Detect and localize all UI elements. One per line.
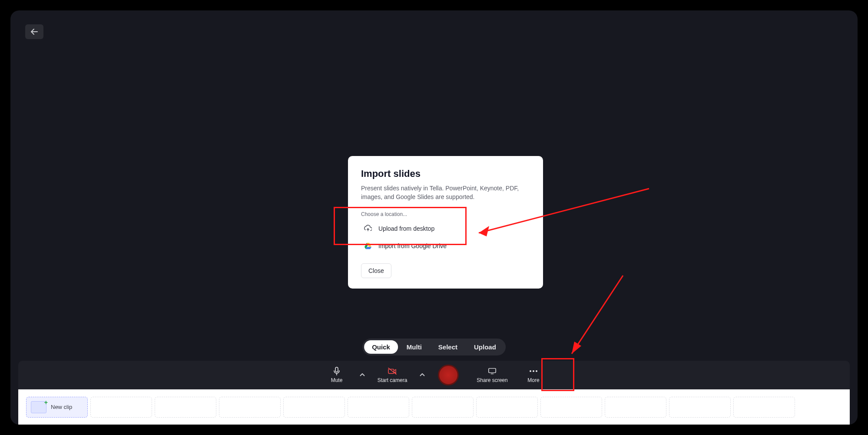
mode-segmented-control: Quick Multi Select Upload <box>362 339 506 355</box>
more-horizontal-icon <box>529 367 538 375</box>
mute-options-chevron[interactable] <box>356 373 368 377</box>
upload-from-desktop-option[interactable]: Upload from desktop <box>361 221 530 236</box>
svg-point-7 <box>530 370 531 372</box>
camera-options-chevron[interactable] <box>416 373 428 377</box>
control-label: Mute <box>331 377 343 383</box>
mode-upload[interactable]: Upload <box>466 340 504 354</box>
record-button[interactable] <box>438 365 459 385</box>
upload-icon <box>364 224 372 233</box>
clip-thumb-icon <box>31 401 46 413</box>
control-label: Share screen <box>477 377 507 383</box>
annotation-arrow-more <box>562 271 632 362</box>
clip-slot[interactable] <box>605 397 666 418</box>
modal-title: Import slides <box>361 168 530 179</box>
clip-slot[interactable] <box>219 397 281 418</box>
back-button[interactable] <box>25 24 43 39</box>
clip-slot[interactable] <box>476 397 538 418</box>
new-clip-button[interactable]: New clip <box>26 397 88 418</box>
chevron-up-icon <box>360 373 365 377</box>
monitor-icon <box>488 367 497 375</box>
clip-slot[interactable] <box>733 397 795 418</box>
close-button[interactable]: Close <box>361 263 391 278</box>
microphone-icon <box>333 367 340 375</box>
control-label: More <box>527 377 539 383</box>
control-bar: Mute Start camera <box>18 361 850 389</box>
clip-slot[interactable] <box>283 397 345 418</box>
camera-off-icon <box>388 367 397 375</box>
mute-button[interactable]: Mute <box>317 367 356 383</box>
svg-point-9 <box>536 370 537 372</box>
control-group: Mute Start camera <box>317 365 551 385</box>
chevron-up-icon <box>420 373 425 377</box>
clip-slot[interactable] <box>348 397 409 418</box>
svg-marker-13 <box>572 342 581 354</box>
option-label: Upload from desktop <box>378 225 434 232</box>
mode-quick[interactable]: Quick <box>364 340 398 354</box>
import-slides-modal: Import slides Present slides natively in… <box>348 156 543 289</box>
recorder-panel: Import slides Present slides natively in… <box>10 10 858 425</box>
svg-point-8 <box>533 370 534 372</box>
svg-line-12 <box>572 276 623 354</box>
start-camera-button[interactable]: Start camera <box>368 367 416 383</box>
mode-multi[interactable]: Multi <box>399 340 430 354</box>
google-drive-icon <box>364 242 372 250</box>
clip-slot[interactable] <box>90 397 152 418</box>
mode-select[interactable]: Select <box>431 340 465 354</box>
import-from-google-drive-option[interactable]: Import from Google Drive <box>361 238 530 254</box>
control-label: Start camera <box>378 377 407 383</box>
option-label: Import from Google Drive <box>378 242 447 249</box>
svg-rect-3 <box>335 367 338 372</box>
new-clip-label: New clip <box>51 404 72 410</box>
clip-slot[interactable] <box>540 397 602 418</box>
arrow-left-icon <box>30 28 38 35</box>
clip-slot[interactable] <box>412 397 474 418</box>
clip-slot[interactable] <box>155 397 216 418</box>
choose-location-label: Choose a location... <box>361 211 530 217</box>
modal-description: Present slides natively in Tella. PowerP… <box>361 184 530 202</box>
more-button[interactable]: More <box>516 367 551 383</box>
svg-rect-6 <box>489 369 496 373</box>
clip-strip: New clip <box>18 389 850 425</box>
clip-slot[interactable] <box>669 397 731 418</box>
share-screen-button[interactable]: Share screen <box>468 367 516 383</box>
